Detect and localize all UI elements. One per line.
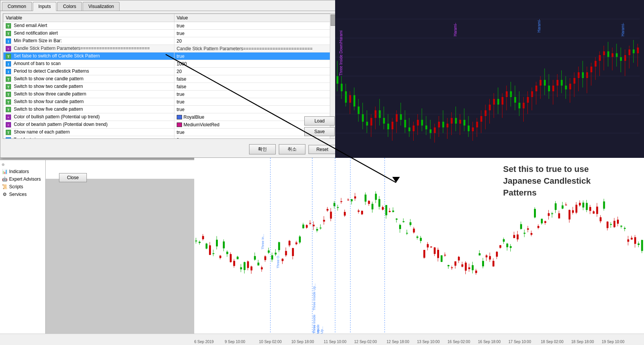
tab-common[interactable]: Common: [2, 2, 32, 11]
inputs-table: Variable Value T Send email AlerttrueT S…: [3, 14, 336, 139]
table-cell-value: true: [174, 91, 336, 98]
table-cell-variable: T Switch to show one candle pattern: [3, 75, 174, 83]
tab-bar: Common Inputs Colors Visualization: [0, 0, 339, 11]
row-type-icon: T: [6, 31, 11, 36]
table-row[interactable]: I Min Pattern Size in Bar:20: [3, 37, 336, 45]
table-cell-variable: + Color of bearish pattern (Potential do…: [3, 121, 174, 129]
time-10: 16 Sep 18:00: [478, 340, 501, 344]
table-row[interactable]: T Set false to switch off Candle Stick P…: [3, 52, 336, 60]
time-5: 11 Sep 10:00: [324, 340, 347, 344]
row-type-icon: T: [6, 84, 11, 89]
reset-button[interactable]: Reset: [308, 145, 336, 154]
bottom-label-5: Three Inside Up...: [312, 321, 324, 334]
row-type-icon: I: [6, 61, 11, 67]
tree-item-scripts[interactable]: 📜 Scripts: [2, 183, 44, 191]
table-cell-variable: T Switch to show four candle pattern: [3, 98, 174, 106]
table-row[interactable]: + Candle Stick Pattern Parameters=======…: [3, 45, 336, 52]
chart-label-3: Harami-: [537, 19, 541, 33]
table-cell-variable: + Candle Stick Pattern Parameters=======…: [3, 45, 174, 52]
row-type-icon: T: [6, 130, 11, 135]
confirm-button[interactable]: 확인: [249, 144, 276, 154]
chart-label-2: Harami-: [453, 23, 457, 37]
table-cell-variable: T Switch to show five candle pattern: [3, 106, 174, 113]
table-row[interactable]: T Switch to show two candle patternfalse: [3, 83, 336, 91]
table-cell-value: true: [174, 98, 336, 106]
expert-icon: 🤖: [2, 176, 8, 182]
cancel-button[interactable]: 취소: [279, 144, 305, 154]
bottom-label-2: Three O...: [276, 253, 280, 269]
row-type-icon: I: [6, 69, 11, 74]
load-button[interactable]: Load: [304, 116, 335, 126]
table-row[interactable]: + Color of bearish pattern (Potential do…: [3, 121, 336, 129]
table-row[interactable]: T Switch to show four candle patterntrue: [3, 98, 336, 106]
tab-inputs[interactable]: Inputs: [33, 2, 57, 11]
tab-visualization[interactable]: Visualization: [83, 2, 120, 11]
dialog-button-row: 확인 취소 Reset: [0, 141, 339, 157]
row-type-icon: T: [6, 99, 11, 105]
expand-icon: ⊕: [2, 162, 44, 167]
time-7: 12 Sep 18:00: [387, 340, 409, 344]
table-row[interactable]: I Period to detect Candlestick Patterns2…: [3, 68, 336, 75]
table-cell-value: 20: [174, 37, 336, 45]
save-button[interactable]: Save: [304, 127, 335, 136]
tree-item-services[interactable]: ⚙ Services: [2, 191, 44, 198]
table-cell-variable: T Send notification alert: [3, 30, 174, 37]
time-1: 6 Sep 2019: [194, 340, 214, 344]
tab-colors[interactable]: Colors: [57, 2, 82, 11]
table-cell-value: 1000: [174, 60, 336, 68]
services-icon: ⚙: [2, 191, 8, 197]
row-type-icon: +: [6, 114, 11, 120]
table-row[interactable]: + Color of bullish pattern (Potential up…: [3, 113, 336, 121]
col-value: Value: [174, 14, 336, 22]
table-cell-value: Candle Stick Pattern Parameters=========…: [174, 45, 336, 52]
tree-label-expert: Expert Advisors: [9, 176, 41, 182]
table-cell-value: false: [174, 75, 336, 83]
table-cell-variable: T Switch to show three candle pattern: [3, 91, 174, 98]
tree-label-services: Services: [9, 192, 27, 197]
time-11: 17 Sep 10:00: [508, 340, 531, 344]
chart-label-4: Harami-: [621, 23, 625, 37]
tree-item-indicators[interactable]: 📊 Indicators: [2, 168, 44, 175]
time-14: 19 Sep 10:00: [602, 340, 625, 344]
row-type-icon: T: [6, 107, 11, 112]
top-chart: Three Inside Down/Harami Harami- Harami-…: [335, 0, 644, 160]
table-cell-value: true: [174, 30, 336, 37]
time-2: 9 Sep 10:00: [225, 340, 245, 344]
close-button[interactable]: Close: [59, 173, 87, 182]
table-cell-variable: I Text font size: [3, 136, 174, 139]
time-8: 13 Sep 10:00: [417, 340, 440, 344]
tree-label-scripts: Scripts: [9, 184, 23, 189]
row-type-icon: T: [6, 92, 11, 97]
time-axis: 6 Sep 2019 9 Sep 10:00 10 Sep 02:00 10 S…: [0, 334, 644, 345]
row-type-icon: I: [6, 137, 11, 139]
table-row[interactable]: T Switch to show three candle patterntru…: [3, 91, 336, 98]
row-type-icon: I: [6, 38, 11, 44]
table-cell-value: true: [174, 106, 336, 113]
row-type-icon: +: [6, 46, 11, 51]
left-panel: ⊕ 📊 Indicators 🤖 Expert Advisors 📜 Scrip…: [0, 160, 46, 335]
table-row[interactable]: T Send email Alerttrue: [3, 22, 336, 30]
color-swatch: [177, 122, 182, 127]
annotation-text: Set this to true to use Japanese Candles…: [503, 164, 625, 199]
bottom-label-1: Three In...: [261, 234, 265, 250]
inputs-table-wrapper: Variable Value T Send email AlerttrueT S…: [3, 13, 336, 139]
table-cell-variable: T Show name of each pattern: [3, 129, 174, 136]
table-cell-variable: + Color of bullish pattern (Potential up…: [3, 113, 174, 121]
indicators-icon: 📊: [2, 169, 8, 175]
dialog-content: Variable Value T Send email AlerttrueT S…: [0, 11, 339, 141]
tree-item-expert-advisors[interactable]: 🤖 Expert Advisors: [2, 175, 44, 183]
table-cell-variable: I Period to detect Candlestick Patterns: [3, 68, 174, 75]
row-type-icon: T: [6, 23, 11, 29]
table-cell-value: 20: [174, 68, 336, 75]
table-row[interactable]: T Switch to show five candle patterntrue: [3, 106, 336, 113]
table-row[interactable]: I Amount of bars to scan1000: [3, 60, 336, 68]
table-cell-value: true: [174, 22, 336, 30]
table-row[interactable]: I Text font size9: [3, 136, 336, 139]
settings-dialog: Common Inputs Colors Visualization Varia…: [0, 0, 339, 158]
scripts-icon: 📜: [2, 184, 8, 190]
table-row[interactable]: T Show name of each patterntrue: [3, 129, 336, 136]
tree-label-indicators: Indicators: [9, 169, 29, 174]
table-row[interactable]: T Switch to show one candle patternfalse: [3, 75, 336, 83]
time-3: 10 Sep 02:00: [259, 340, 282, 344]
table-row[interactable]: T Send notification alerttrue: [3, 30, 336, 37]
